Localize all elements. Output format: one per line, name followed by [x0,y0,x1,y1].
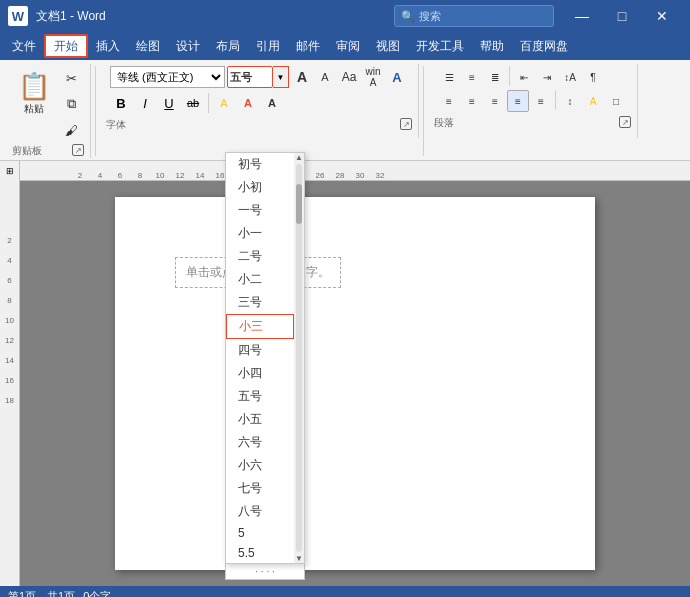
font-controls: 等线 (西文正文) ▼ A A Aa win A A B I U ab [106,64,412,116]
dropdown-item-13[interactable]: 小六 [226,454,294,477]
font-group: 等线 (西文正文) ▼ A A Aa win A A B I U ab [100,64,419,138]
dropdown-item-14[interactable]: 七号 [226,477,294,500]
paste-button[interactable]: 📋 粘贴 [12,64,56,122]
search-box[interactable]: 🔍 搜索 [394,5,554,27]
dropdown-item-9[interactable]: 小四 [226,362,294,385]
dropdown-item-12[interactable]: 六号 [226,431,294,454]
menu-home[interactable]: 开始 [44,34,88,58]
dropdown-item-10[interactable]: 五号 [226,385,294,408]
font-size-dropdown-button[interactable]: ▼ [273,66,289,88]
change-case-button[interactable]: Aa [338,66,360,88]
menu-file[interactable]: 文件 [4,34,44,58]
minimize-button[interactable]: — [562,0,602,32]
menu-mailings[interactable]: 邮件 [288,34,328,58]
dropdown-item-2[interactable]: 一号 [226,199,294,222]
dropdown-item-16[interactable]: 5 [226,523,294,543]
horizontal-ruler: 2 4 6 8 10 12 14 16 18 20 22 24 26 28 30… [20,161,690,180]
menu-developer[interactable]: 开发工具 [408,34,472,58]
border-button[interactable]: □ [605,90,627,112]
font-expander[interactable]: ↗ [400,118,412,130]
ruler-mark: 2 [70,171,90,180]
font-label: 字体 [106,118,126,132]
increase-indent-button[interactable]: ⇥ [536,66,558,88]
menu-insert[interactable]: 插入 [88,34,128,58]
dropdown-item-1[interactable]: 小初 [226,176,294,199]
paste-label: 粘贴 [24,102,44,116]
line-spacing-button[interactable]: ↕ [559,90,581,112]
align-right-button[interactable]: ≡ [484,90,506,112]
scroll-down-button[interactable]: ▼ [295,554,303,563]
menu-draw[interactable]: 绘图 [128,34,168,58]
page-area[interactable]: 单击或点击此处输入文字。 [20,181,690,586]
dropdown-item-15[interactable]: 八号 [226,500,294,523]
bold-button[interactable]: B [110,92,132,114]
dropdown-item-5[interactable]: 小二 [226,268,294,291]
decrease-indent-button[interactable]: ⇤ [513,66,535,88]
scroll-thumb[interactable] [296,184,302,224]
document-page[interactable]: 单击或点击此处输入文字。 [115,197,595,570]
menu-review[interactable]: 审阅 [328,34,368,58]
italic-button[interactable]: I [134,92,156,114]
dropdown-item-7[interactable]: 小三 [226,314,294,339]
dropdown-item-6[interactable]: 三号 [226,291,294,314]
align-center-button[interactable]: ≡ [461,90,483,112]
ruler-mark: 32 [370,171,390,180]
cut-button[interactable]: ✂ [58,66,84,90]
title-text: 文档1 - Word [36,8,394,25]
menu-bar: 文件 开始 插入 绘图 设计 布局 引用 邮件 审阅 视图 开发工具 帮助 百度… [0,32,690,60]
menu-design[interactable]: 设计 [168,34,208,58]
highlight-color-button[interactable]: A [213,92,235,114]
font-name-select[interactable]: 等线 (西文正文) [110,66,225,88]
show-formatting-button[interactable]: ¶ [582,66,604,88]
font-color-button[interactable]: A [237,92,259,114]
font-size-input[interactable] [227,66,273,88]
dropdown-item-3[interactable]: 小一 [226,222,294,245]
justify-button[interactable]: ≡ [507,90,529,112]
menu-references[interactable]: 引用 [248,34,288,58]
menu-help[interactable]: 帮助 [472,34,512,58]
list-bullet-button[interactable]: ☰ [438,66,460,88]
para-divider-2 [555,90,556,110]
text-effect-button[interactable]: A [386,66,408,88]
menu-layout[interactable]: 布局 [208,34,248,58]
clipboard-label: 剪贴板 [12,144,42,158]
text-style-button[interactable]: A [261,92,283,114]
dropdown-more-indicator: · · · · [225,564,305,580]
multilevel-list-button[interactable]: ≣ [484,66,506,88]
ruler-corner[interactable]: ⊞ [0,161,20,181]
dropdown-item-8[interactable]: 四号 [226,339,294,362]
grow-font-button[interactable]: A [291,66,313,88]
word-count: 0个字 [83,589,111,598]
font-size-dropdown: 初号 小初 一号 小一 二号 小二 三号 小三 四号 小四 五号 小五 六号 小… [225,152,305,580]
copy-button[interactable]: ⧉ [58,92,84,116]
dropdown-item-4[interactable]: 二号 [226,245,294,268]
clipboard-expander[interactable]: ↗ [72,144,84,156]
ruler-mark: 14 [190,171,210,180]
dropdown-item-0[interactable]: 初号 [226,153,294,176]
clear-format-button[interactable]: win A [362,66,384,88]
align-left-button[interactable]: ≡ [438,90,460,112]
scroll-up-button[interactable]: ▲ [295,153,303,162]
v-ruler-marks: 24681012141618 [0,181,19,411]
document-area: 24681012141618 单击或点击此处输入文字。 [0,181,690,586]
maximize-button[interactable]: □ [602,0,642,32]
para-expander[interactable]: ↗ [619,116,631,128]
vertical-ruler: 24681012141618 [0,181,20,586]
sort-button[interactable]: ↕A [559,66,581,88]
menu-view[interactable]: 视图 [368,34,408,58]
dropdown-item-11[interactable]: 小五 [226,408,294,431]
shading-button[interactable]: A [582,90,604,112]
divider-2 [423,66,424,156]
font-format-row: B I U ab A A A [110,92,408,114]
underline-button[interactable]: U [158,92,180,114]
close-button[interactable]: ✕ [642,0,682,32]
dropdown-item-17[interactable]: 5.5 [226,543,294,563]
strikethrough-button[interactable]: ab [182,92,204,114]
list-number-button[interactable]: ≡ [461,66,483,88]
shrink-font-button[interactable]: A [314,66,336,88]
ruler-area: ⊞ 2 4 6 8 10 12 14 16 18 20 22 24 26 28 … [0,161,690,181]
menu-baidu[interactable]: 百度网盘 [512,34,576,58]
justify-low-button[interactable]: ≡ [530,90,552,112]
status-bar: 第1页，共1页 0个字 [0,586,690,597]
format-painter-button[interactable]: 🖌 [58,118,84,142]
